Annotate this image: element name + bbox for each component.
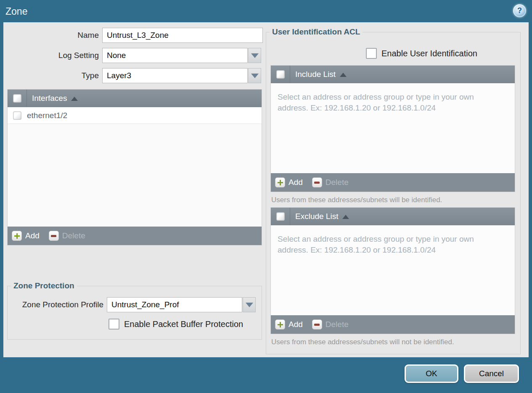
include-list-select-all-checkbox[interactable]: [276, 70, 285, 79]
include-list-caption: Users from these addresses/subnets will …: [271, 196, 520, 204]
add-plus-icon: [275, 177, 285, 187]
zone-protection-profile-row: Zone Protection Profile: [8, 297, 262, 312]
exclude-list-placeholder: Select an address or address group or ty…: [271, 225, 515, 255]
log-setting-row: Log Setting: [7, 48, 263, 63]
help-icon[interactable]: ?: [513, 4, 526, 17]
chevron-down-icon: [251, 53, 259, 58]
log-setting-label: Log Setting: [7, 51, 99, 60]
select-all-cell: [271, 66, 290, 83]
interfaces-table-footer: Add Delete: [8, 227, 262, 245]
zone-protection-profile-dropdown-button[interactable]: [243, 297, 256, 312]
interfaces-header-label[interactable]: Interfaces: [32, 94, 67, 103]
zone-protection-legend: Zone Protection: [11, 281, 77, 290]
delete-button-label: Delete: [326, 178, 349, 187]
packet-buffer-protection-checkbox[interactable]: [109, 319, 119, 330]
exclude-list-delete-button[interactable]: Delete: [312, 319, 349, 330]
interfaces-table-body: ethernet1/2: [8, 107, 262, 227]
dialog-title: Zone: [5, 6, 27, 17]
select-all-cell: [271, 208, 290, 225]
log-setting-input[interactable]: [102, 48, 248, 63]
name-row: Name: [7, 28, 263, 43]
type-combo: [102, 68, 261, 83]
zone-protection-section: Zone Protection Zone Protection Profile …: [7, 281, 262, 340]
zone-dialog-body: Name Log Setting Type: [3, 22, 529, 357]
add-plus-icon: [12, 231, 22, 241]
add-button-label: Add: [288, 320, 303, 329]
interface-name: ethernet1/2: [27, 111, 67, 120]
interfaces-table-header: Interfaces: [8, 90, 262, 107]
exclude-list-footer: Add Delete: [271, 315, 515, 334]
ok-button[interactable]: OK: [405, 364, 458, 383]
delete-button-label: Delete: [62, 231, 85, 240]
zone-protection-profile-input[interactable]: [107, 297, 242, 312]
type-dropdown-button[interactable]: [248, 68, 261, 83]
row-checkbox[interactable]: [13, 111, 21, 120]
exclude-list-header: Exclude List: [271, 208, 515, 225]
type-input[interactable]: [102, 68, 248, 83]
add-button-label: Add: [25, 231, 40, 240]
chevron-down-icon: [251, 74, 259, 78]
packet-buffer-protection-label: Enable Packet Buffer Protection: [124, 319, 243, 329]
exclude-list-caption: Users from these addresses/subnets will …: [271, 338, 520, 346]
delete-minus-icon: [49, 231, 59, 241]
user-identification-acl-legend: User Identification ACL: [270, 27, 363, 37]
log-setting-dropdown-button[interactable]: [248, 48, 261, 63]
table-row[interactable]: ethernet1/2: [8, 107, 262, 124]
delete-button-label: Delete: [326, 320, 349, 329]
left-column: Name Log Setting Type: [3, 23, 263, 340]
exclude-list-header-label[interactable]: Exclude List: [295, 212, 338, 221]
packet-buffer-protection-row: Enable Packet Buffer Protection: [109, 319, 262, 330]
include-list-table: Include List Select an address or addres…: [270, 65, 515, 192]
chevron-down-icon: [246, 303, 253, 307]
dialog-title-bar: Zone ?: [0, 0, 532, 22]
enable-user-identification-label: Enable User Identification: [381, 49, 477, 58]
include-list-placeholder: Select an address or address group or ty…: [271, 83, 515, 113]
name-label: Name: [7, 31, 99, 40]
cancel-button[interactable]: Cancel: [464, 364, 519, 383]
zone-protection-profile-combo: [107, 297, 256, 312]
interfaces-select-all-checkbox[interactable]: [13, 94, 21, 103]
include-list-body[interactable]: Select an address or address group or ty…: [271, 83, 515, 173]
delete-minus-icon: [312, 319, 322, 330]
delete-minus-icon: [312, 177, 322, 187]
include-list-add-button[interactable]: Add: [275, 177, 303, 187]
zone-protection-profile-label: Zone Protection Profile: [8, 300, 103, 309]
enable-user-identification-row: Enable User Identification: [366, 48, 520, 59]
user-identification-acl-section: User Identification ACL Enable User Iden…: [266, 27, 521, 354]
exclude-list-add-button[interactable]: Add: [275, 319, 303, 330]
exclude-list-table: Exclude List Select an address or addres…: [270, 207, 515, 334]
enable-user-identification-checkbox[interactable]: [366, 48, 377, 59]
type-row: Type: [7, 68, 263, 83]
sort-ascending-icon[interactable]: [71, 97, 78, 101]
row-checkbox-cell: [8, 107, 27, 124]
include-list-header-label[interactable]: Include List: [295, 70, 336, 79]
exclude-list-select-all-checkbox[interactable]: [276, 212, 285, 221]
log-setting-combo: [102, 48, 261, 63]
interfaces-add-button[interactable]: Add: [12, 231, 40, 241]
select-all-cell: [8, 90, 27, 107]
include-list-delete-button[interactable]: Delete: [312, 177, 349, 187]
sort-ascending-icon[interactable]: [340, 73, 347, 77]
name-input[interactable]: [102, 28, 263, 43]
include-list-header: Include List: [271, 66, 515, 83]
exclude-list-body[interactable]: Select an address or address group or ty…: [271, 225, 515, 315]
type-label: Type: [7, 71, 99, 80]
add-plus-icon: [275, 319, 285, 330]
interfaces-delete-button[interactable]: Delete: [49, 231, 85, 241]
include-list-footer: Add Delete: [271, 173, 515, 192]
sort-ascending-icon[interactable]: [342, 215, 349, 219]
interfaces-table: Interfaces ethernet1/2 Add: [7, 89, 262, 245]
add-button-label: Add: [288, 178, 303, 187]
